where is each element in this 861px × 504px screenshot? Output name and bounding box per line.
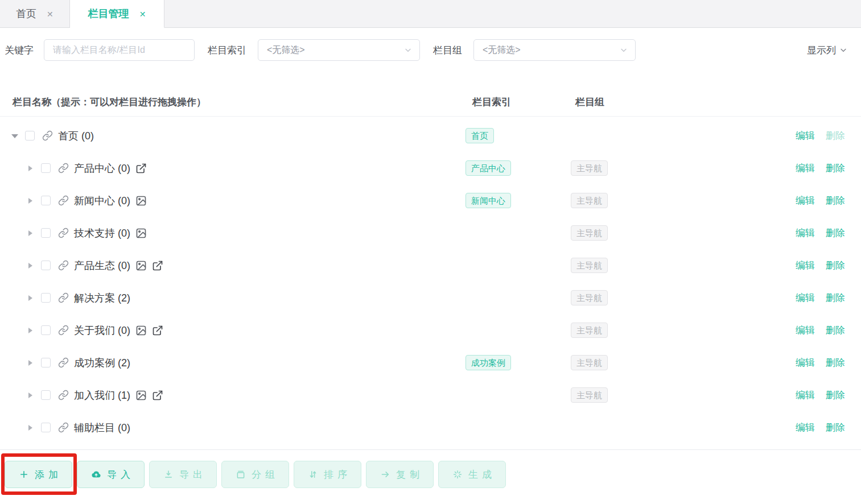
delete-link[interactable]: 删除: [826, 226, 845, 239]
row-checkbox[interactable]: [25, 131, 35, 141]
delete-link[interactable]: 删除: [826, 129, 845, 142]
tab-column-management[interactable]: 栏目管理: [70, 0, 165, 28]
edit-link[interactable]: 编辑: [796, 389, 815, 402]
chevron-down-icon: [403, 46, 413, 55]
keyword-label: 关键字: [5, 44, 34, 57]
expander-icon[interactable]: [27, 197, 34, 204]
row-actions: 编辑 删除: [796, 291, 861, 304]
edit-link[interactable]: 编辑: [796, 129, 815, 142]
row-checkbox[interactable]: [41, 325, 51, 335]
expander-icon[interactable]: [27, 424, 34, 431]
row-checkbox[interactable]: [41, 261, 51, 270]
group-filter-select[interactable]: <无筛选>: [473, 39, 636, 61]
tree-row: 解决方案 (2) 主导航 编辑 删除: [0, 282, 861, 314]
delete-link[interactable]: 删除: [826, 259, 845, 272]
row-meta-icons: [130, 195, 147, 206]
generate-button[interactable]: 生成: [438, 461, 506, 488]
expander-icon[interactable]: [27, 262, 34, 269]
delete-link[interactable]: 删除: [826, 421, 845, 434]
delete-link[interactable]: 删除: [826, 356, 845, 369]
row-checkbox[interactable]: [41, 163, 51, 173]
external-link-icon: [152, 390, 163, 401]
group-column-header: 栏目组: [571, 96, 676, 109]
row-label: 新闻中心 (0): [74, 194, 130, 208]
tree-row: 辅助栏目 (0) 编辑 删除: [0, 411, 861, 444]
row-name-cell: 技术支持 (0): [0, 226, 465, 240]
row-checkbox[interactable]: [41, 358, 51, 367]
edit-link[interactable]: 编辑: [796, 259, 815, 272]
row-checkbox[interactable]: [41, 423, 51, 432]
index-column-header: 栏目索引: [465, 96, 571, 109]
tab-bar-filler: [164, 0, 861, 28]
row-checkbox[interactable]: [41, 228, 51, 238]
expander-icon[interactable]: [27, 392, 34, 399]
column-tree: 首页 (0) 首页 编辑 删除 产品中心 (0) 产品中心 主导航 编辑 删除: [0, 119, 861, 444]
row-group-cell: 主导航: [571, 323, 676, 338]
row-actions: 编辑 删除: [796, 356, 861, 369]
delete-link[interactable]: 删除: [826, 389, 845, 402]
keyword-input[interactable]: [44, 39, 195, 61]
tree-row: 产品中心 (0) 产品中心 主导航 编辑 删除: [0, 152, 861, 184]
delete-link[interactable]: 删除: [826, 194, 845, 207]
edit-link[interactable]: 编辑: [796, 194, 815, 207]
index-badge: 产品中心: [465, 160, 511, 176]
row-group-cell: 主导航: [571, 160, 676, 176]
tab-home[interactable]: 首页: [0, 0, 70, 28]
add-button[interactable]: 添加: [5, 461, 72, 488]
row-label: 产品生态 (0): [74, 259, 130, 272]
delete-link[interactable]: 删除: [826, 324, 845, 337]
group-badge: 主导航: [571, 193, 608, 209]
delete-link[interactable]: 删除: [826, 291, 845, 304]
expander-icon[interactable]: [11, 133, 18, 139]
row-name-cell: 成功案例 (2): [0, 356, 465, 370]
row-actions: 编辑 删除: [796, 259, 861, 272]
group-badge: 主导航: [571, 323, 608, 338]
archive-icon: [236, 469, 246, 480]
expander-icon[interactable]: [27, 165, 34, 172]
copy-button[interactable]: 复制: [366, 461, 434, 488]
tab-column-management-label: 栏目管理: [88, 7, 129, 20]
close-icon[interactable]: [47, 8, 53, 20]
edit-link[interactable]: 编辑: [796, 226, 815, 239]
expander-icon[interactable]: [27, 295, 34, 301]
tab-bar: 首页 栏目管理: [0, 0, 861, 28]
edit-link[interactable]: 编辑: [796, 421, 815, 434]
edit-link[interactable]: 编辑: [796, 291, 815, 304]
index-badge: 成功案例: [465, 355, 511, 371]
edit-link[interactable]: 编辑: [796, 162, 815, 175]
row-label: 解决方案 (2): [74, 291, 130, 305]
expander-icon[interactable]: [27, 327, 34, 334]
expander-icon[interactable]: [27, 360, 34, 366]
row-checkbox[interactable]: [41, 293, 51, 303]
row-group-cell: 主导航: [571, 258, 676, 274]
row-checkbox[interactable]: [41, 390, 51, 400]
group-button[interactable]: 分组: [221, 461, 289, 488]
table-header: 栏目名称（提示：可以对栏目进行拖拽操作） 栏目索引 栏目组: [0, 88, 861, 117]
row-actions: 编辑 删除: [796, 421, 861, 434]
divider: [0, 449, 861, 450]
index-filter-label: 栏目索引: [208, 44, 246, 57]
expander-icon[interactable]: [27, 230, 34, 237]
chevron-down-icon: [839, 46, 848, 55]
delete-link[interactable]: 删除: [826, 162, 845, 175]
link-icon: [58, 260, 69, 271]
export-button[interactable]: 导出: [149, 461, 217, 488]
edit-link[interactable]: 编辑: [796, 356, 815, 369]
link-icon: [58, 292, 69, 303]
group-badge: 主导航: [571, 225, 608, 241]
row-index-cell: 成功案例: [465, 355, 571, 371]
import-button[interactable]: 导入: [77, 461, 145, 488]
row-name-cell: 辅助栏目 (0): [0, 421, 465, 435]
row-meta-icons: [130, 228, 147, 239]
close-icon[interactable]: [139, 8, 146, 20]
tree-row: 成功案例 (2) 成功案例 主导航 编辑 删除: [0, 346, 861, 379]
row-checkbox[interactable]: [41, 196, 51, 205]
sort-button[interactable]: 排序: [294, 461, 361, 488]
row-label: 产品中心 (0): [74, 162, 130, 175]
row-name-cell: 加入我们 (1): [0, 389, 465, 402]
index-badge: 新闻中心: [465, 193, 511, 209]
display-columns-toggle[interactable]: 显示列: [807, 44, 848, 57]
group-badge: 主导航: [571, 387, 608, 403]
index-filter-select[interactable]: <无筛选>: [258, 39, 420, 61]
edit-link[interactable]: 编辑: [796, 324, 815, 337]
